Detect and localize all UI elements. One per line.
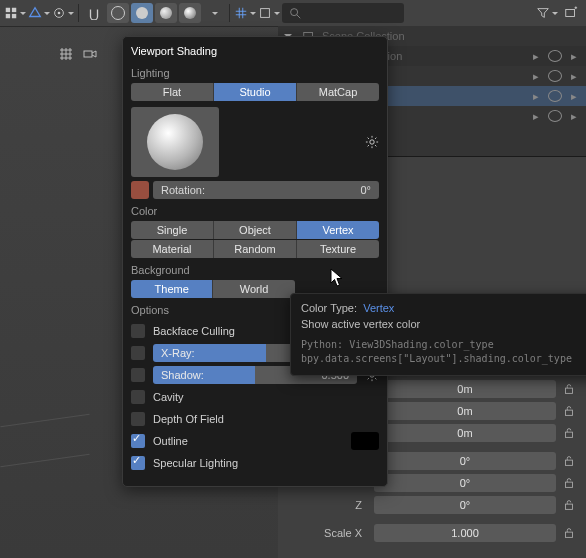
camera-icon[interactable] — [82, 46, 98, 62]
editor-type-dropdown[interactable] — [4, 3, 26, 23]
lighting-studio[interactable]: Studio — [214, 83, 297, 101]
shading-options-dropdown[interactable] — [203, 3, 225, 23]
color-label: Color — [131, 205, 379, 217]
funnel-icon — [536, 6, 550, 20]
svg-rect-13 — [566, 388, 573, 393]
checkbox[interactable] — [131, 456, 145, 470]
svg-rect-1 — [12, 8, 16, 12]
svg-rect-8 — [566, 10, 575, 17]
specular-row[interactable]: Specular Lighting — [131, 452, 379, 474]
tooltip-heading: Color Type: Vertex — [301, 302, 586, 314]
checkbox[interactable] — [131, 368, 145, 382]
background-segmented: Theme World — [131, 280, 295, 298]
shading-rendered[interactable] — [179, 3, 201, 23]
background-theme[interactable]: Theme — [131, 280, 213, 298]
svg-rect-19 — [566, 532, 573, 537]
svg-rect-16 — [566, 460, 573, 465]
grid-icon — [58, 46, 74, 62]
color-single[interactable]: Single — [131, 221, 214, 239]
location-y-field[interactable]: 0m — [374, 402, 556, 420]
rotation-y-field[interactable]: 0° — [374, 474, 556, 492]
gizmo-dropdown[interactable] — [258, 3, 280, 23]
lock-icon[interactable] — [560, 524, 578, 542]
lock-icon[interactable] — [560, 452, 578, 470]
shading-wireframe[interactable] — [107, 3, 129, 23]
lock-icon[interactable] — [560, 474, 578, 492]
tooltip-description: Show active vertex color — [301, 318, 586, 330]
color-vertex[interactable]: Vertex — [297, 221, 379, 239]
svg-rect-6 — [261, 9, 270, 18]
collection-plus-icon — [564, 6, 578, 20]
checkbox[interactable] — [131, 434, 145, 448]
outline-row: Outline — [131, 430, 379, 452]
lock-icon[interactable] — [560, 496, 578, 514]
lighting-flat[interactable]: Flat — [131, 83, 214, 101]
svg-rect-0 — [6, 8, 10, 12]
new-collection-button[interactable] — [560, 3, 582, 23]
svg-rect-15 — [566, 432, 573, 437]
color-material[interactable]: Material — [131, 240, 214, 258]
shading-material[interactable] — [155, 3, 177, 23]
filter-dropdown[interactable] — [536, 3, 558, 23]
lighting-segmented: Flat Studio MatCap — [131, 83, 379, 101]
search-input[interactable] — [308, 5, 392, 22]
viewport-overlay-icons — [58, 46, 98, 62]
outline-color-swatch[interactable] — [351, 432, 379, 450]
overlay-dropdown[interactable] — [234, 3, 256, 23]
rotation-x-field[interactable]: 0° — [374, 452, 556, 470]
rotation-z-field[interactable]: 0° — [374, 496, 556, 514]
svg-rect-9 — [84, 51, 92, 57]
checkbox[interactable] — [131, 412, 145, 426]
outliner-search[interactable] — [282, 3, 404, 23]
checkbox[interactable] — [131, 390, 145, 404]
color-object[interactable]: Object — [214, 221, 297, 239]
svg-point-20 — [370, 140, 374, 144]
scale-x-label: Scale X — [286, 527, 370, 539]
lock-icon[interactable] — [560, 424, 578, 442]
studio-light-preview[interactable] — [131, 107, 219, 177]
svg-rect-2 — [6, 14, 10, 18]
viewport-shading-popover: Viewport Shading Lighting Flat Studio Ma… — [122, 36, 388, 487]
cavity-row[interactable]: Cavity — [131, 386, 379, 408]
rotation-z-label: Z — [286, 499, 370, 511]
location-x-field[interactable]: 0m — [374, 380, 556, 398]
search-icon — [288, 6, 302, 20]
sphere-icon — [147, 114, 203, 170]
svg-rect-17 — [566, 482, 573, 487]
shading-mode-cluster — [107, 3, 201, 23]
color-segmented-row1: Single Object Vertex — [131, 221, 379, 239]
header-toolbar — [0, 0, 586, 27]
rotation-field[interactable]: Rotation: 0° — [153, 181, 379, 199]
orientation-dropdown[interactable] — [52, 3, 74, 23]
snap-toggle[interactable] — [83, 3, 105, 23]
color-random[interactable]: Random — [214, 240, 297, 258]
tooltip-python: Python: View3DShading.color_type bpy.dat… — [301, 338, 586, 365]
gear-icon[interactable] — [365, 135, 379, 149]
location-z-field[interactable]: 0m — [374, 424, 556, 442]
dof-row[interactable]: Depth Of Field — [131, 408, 379, 430]
lock-icon[interactable] — [560, 380, 578, 398]
svg-rect-3 — [12, 14, 16, 18]
lighting-label: Lighting — [131, 67, 379, 79]
color-segmented-row2: Material Random Texture — [131, 240, 379, 258]
checkbox[interactable] — [131, 324, 145, 338]
checkbox[interactable] — [131, 346, 145, 360]
svg-point-7 — [291, 9, 298, 16]
tooltip: Color Type: Vertex Show active vertex co… — [290, 293, 586, 376]
svg-rect-14 — [566, 410, 573, 415]
svg-rect-18 — [566, 504, 573, 509]
popover-title: Viewport Shading — [131, 45, 379, 57]
svg-point-5 — [58, 12, 61, 15]
background-label: Background — [131, 264, 379, 276]
scale-x-field[interactable]: 1.000 — [374, 524, 556, 542]
mode-dropdown[interactable] — [28, 3, 50, 23]
world-space-toggle-icon[interactable] — [131, 181, 149, 199]
lighting-matcap[interactable]: MatCap — [297, 83, 379, 101]
background-world[interactable]: World — [213, 280, 294, 298]
lock-icon[interactable] — [560, 402, 578, 420]
color-texture[interactable]: Texture — [297, 240, 379, 258]
shading-solid[interactable] — [131, 3, 153, 23]
